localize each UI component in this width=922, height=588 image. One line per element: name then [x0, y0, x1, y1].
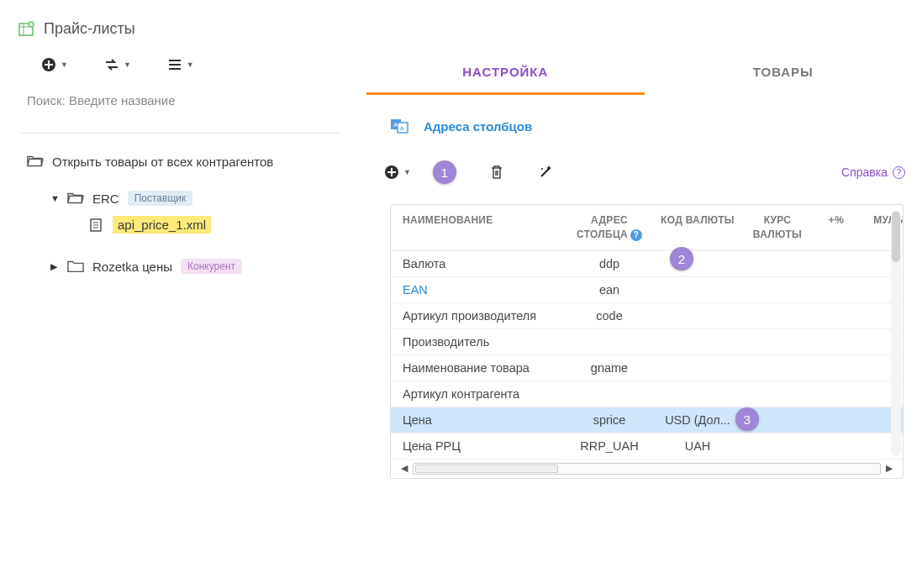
table-row[interactable]: Производитель: [391, 328, 904, 354]
table-cell[interactable]: [651, 354, 744, 381]
help-icon[interactable]: ?: [630, 229, 642, 241]
tree-node-label: ERC: [92, 192, 119, 206]
caret-down-icon: ▼: [61, 60, 68, 69]
annotation-2: 2: [670, 247, 693, 270]
table-cell[interactable]: [811, 276, 861, 302]
tree-node-label: Rozetka цены: [92, 260, 172, 274]
th-pct[interactable]: +%: [811, 205, 861, 250]
file-icon: [87, 218, 104, 233]
svg-text:A: A: [393, 121, 398, 129]
table-cell[interactable]: [744, 381, 811, 407]
table-cell[interactable]: [811, 407, 861, 433]
table-header-row: НАИМЕНОВАНИЕ АДРЕС СТОЛБЦА? КОД ВАЛЮТЫ К…: [391, 205, 904, 250]
competitor-tag: Конкурент: [181, 259, 242, 274]
sidebar-toolbar: ▼ ▼ ▼: [18, 48, 341, 88]
table-cell[interactable]: [811, 381, 861, 407]
table-row[interactable]: Наименование товараgname: [391, 354, 904, 381]
sync-button[interactable]: ▼: [103, 56, 131, 73]
table-cell[interactable]: [567, 381, 651, 407]
open-all-link[interactable]: Открыть товары от всех контрагентов: [27, 149, 341, 174]
table-row[interactable]: ЦенаspriceUSD (Дол...: [391, 407, 904, 433]
table-cell[interactable]: Цена РРЦ: [391, 433, 567, 459]
table-cell[interactable]: UAH: [651, 433, 744, 459]
panel-header: Aа Адреса столбцов: [366, 95, 922, 152]
table-row[interactable]: Валютаddp: [391, 250, 904, 276]
table-row[interactable]: Артикул производителяcode: [391, 302, 904, 328]
table-cell[interactable]: [651, 250, 744, 276]
table-row[interactable]: EANean: [391, 276, 904, 302]
table-cell[interactable]: ean: [567, 276, 651, 302]
table-cell[interactable]: [744, 276, 811, 302]
table-cell[interactable]: [811, 302, 861, 328]
folder-open-icon: [27, 154, 44, 169]
th-currency-code[interactable]: КОД ВАЛЮТЫ: [651, 205, 744, 250]
delete-button[interactable]: [488, 164, 505, 181]
search-input[interactable]: Поиск: Введите название: [18, 88, 341, 123]
table-cell[interactable]: ddp: [567, 250, 651, 276]
add-button[interactable]: ▼: [40, 56, 68, 73]
table-cell[interactable]: [811, 250, 861, 276]
table-cell[interactable]: [744, 433, 811, 459]
table-cell[interactable]: gname: [567, 354, 651, 381]
tab-settings[interactable]: НАСТРОЙКА: [366, 48, 645, 95]
chevron-right-icon[interactable]: ▶: [50, 261, 59, 272]
table-cell[interactable]: [811, 328, 861, 354]
magic-wand-button[interactable]: [537, 164, 554, 181]
panel-title[interactable]: Адреса столбцов: [424, 119, 532, 134]
caret-down-icon: ▼: [124, 60, 131, 69]
table-cell[interactable]: Артикул производителя: [391, 302, 567, 328]
chevron-down-icon[interactable]: ▼: [50, 193, 59, 203]
table-cell[interactable]: Артикул контрагента: [391, 381, 567, 407]
tabs: НАСТРОЙКА ТОВАРЫ: [366, 48, 922, 95]
table-cell[interactable]: [811, 433, 861, 459]
th-currency-rate[interactable]: КУРС ВАЛЮТЫ: [744, 205, 811, 250]
table-cell[interactable]: [651, 328, 744, 354]
menu-button[interactable]: ▼: [166, 56, 194, 73]
table-cell[interactable]: [811, 354, 861, 381]
table-cell[interactable]: Производитель: [391, 328, 567, 354]
app-header: Прайс-листы: [0, 0, 922, 48]
table-cell[interactable]: Валюта: [391, 250, 567, 276]
tree-node-erc[interactable]: ▼ ERC Поставщик: [27, 186, 341, 211]
table-cell[interactable]: [567, 328, 651, 354]
file-name: api_price_1.xml: [113, 216, 211, 234]
tab-products[interactable]: ТОВАРЫ: [645, 48, 923, 95]
scroll-right-icon[interactable]: ▶: [881, 463, 898, 474]
pricelist-icon: [18, 21, 35, 38]
table-cell[interactable]: [651, 381, 744, 407]
divider: [18, 133, 341, 134]
table-cell[interactable]: Наименование товара: [391, 354, 567, 381]
table-cell[interactable]: [744, 354, 811, 381]
table-cell[interactable]: [651, 276, 744, 302]
add-column-button[interactable]: ▼: [383, 164, 411, 181]
table-cell[interactable]: Цена: [391, 407, 567, 433]
tree-node-rozetka[interactable]: ▶ Rozetka цены Конкурент: [27, 254, 341, 279]
svg-text:а: а: [400, 124, 404, 132]
vertical-scrollbar[interactable]: [891, 210, 901, 456]
help-link[interactable]: Справка ?: [841, 165, 905, 179]
tree: Открыть товары от всех контрагентов ▼ ER…: [18, 149, 341, 279]
th-name[interactable]: НАИМЕНОВАНИЕ: [391, 205, 567, 250]
help-label: Справка: [841, 165, 888, 179]
translate-icon: Aа: [390, 117, 408, 135]
table-cell[interactable]: sprice: [567, 407, 651, 433]
table-row[interactable]: Артикул контрагента: [391, 381, 904, 407]
th-addr[interactable]: АДРЕС СТОЛБЦА?: [567, 205, 651, 250]
folder-icon: [67, 259, 84, 274]
table-cell[interactable]: EAN: [391, 276, 567, 302]
horizontal-scrollbar[interactable]: ◀ ▶: [391, 459, 903, 478]
table-row[interactable]: Цена РРЦRRP_UAHUAH: [391, 433, 904, 459]
scroll-left-icon[interactable]: ◀: [396, 463, 413, 474]
caret-down-icon: ▼: [403, 168, 411, 176]
table-cell[interactable]: [744, 250, 811, 276]
columns-table: 2 3 НАИМЕНОВАНИЕ АДРЕС СТОЛБЦА? КОД ВАЛЮ…: [390, 204, 904, 479]
open-all-label: Открыть товары от всех контрагентов: [52, 155, 273, 169]
table-cell[interactable]: RRP_UAH: [567, 433, 651, 459]
page-title: Прайс-листы: [44, 20, 135, 38]
table-cell[interactable]: code: [567, 302, 651, 328]
table-cell[interactable]: USD (Дол...: [651, 407, 744, 433]
table-cell[interactable]: [651, 302, 744, 328]
table-cell[interactable]: [744, 302, 811, 328]
table-cell[interactable]: [744, 328, 811, 354]
tree-file-item[interactable]: api_price_1.xml: [27, 211, 341, 239]
